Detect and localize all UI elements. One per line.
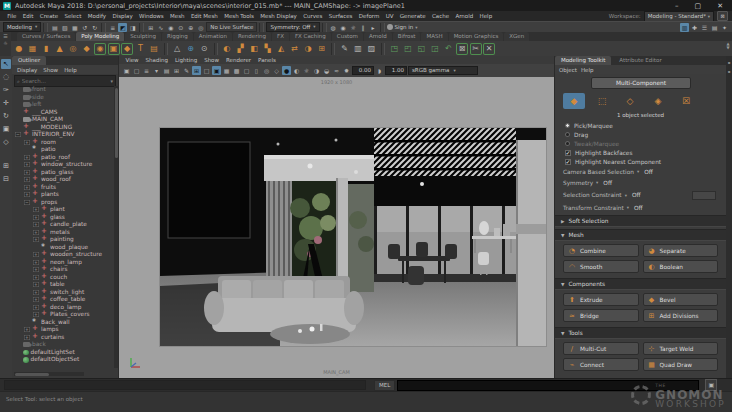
viewport-toggle-icon[interactable]: ≈	[332, 66, 341, 75]
outliner-row[interactable]: − INTERIOR_ENV	[12, 131, 114, 139]
multi-component-button[interactable]: Multi-Component	[591, 77, 691, 89]
expander-toggle[interactable]: +	[33, 297, 39, 302]
viewport-toggle-icon[interactable]: ◒	[322, 66, 331, 75]
render-icon[interactable]: ∥	[359, 23, 368, 32]
outliner-row[interactable]: + chairs	[12, 266, 114, 274]
outliner-menu-item[interactable]: Help	[62, 67, 79, 73]
outliner-row[interactable]: side	[12, 94, 114, 102]
smooth-button[interactable]: ◠Smooth	[563, 260, 639, 273]
outliner-row[interactable]: + room	[12, 139, 114, 147]
component-mode-icon[interactable]: ◆	[563, 93, 585, 109]
strip-handle-icon[interactable]: ▪	[728, 69, 731, 74]
shelf-tab[interactable]: Rendering	[233, 32, 271, 41]
snap-icon[interactable]: ⊙	[176, 23, 185, 32]
shelf-tool-icon[interactable]: ⇄	[289, 43, 301, 55]
viewport-toggle-icon[interactable]: ☼	[302, 66, 311, 75]
expander-toggle[interactable]: +	[33, 230, 39, 235]
separate-button[interactable]: ◕Separate	[643, 244, 719, 257]
divider[interactable]	[259, 23, 264, 32]
outliner-row[interactable]: + fruits	[12, 184, 114, 192]
toolbox-tool-icon[interactable]: ◌	[1, 72, 11, 82]
viewport-toggle-icon[interactable]: ▩	[232, 66, 241, 75]
menu-item[interactable]: Cache	[429, 11, 452, 21]
outliner-row[interactable]: + switch_light	[12, 289, 114, 297]
view-transform-dropdown[interactable]: sRGB gamma ▾	[408, 66, 478, 75]
expander-toggle[interactable]: +	[33, 312, 39, 317]
expander-toggle[interactable]: +	[24, 192, 30, 197]
shelf-tab[interactable]: Arnold	[364, 32, 392, 41]
layout-button-icon[interactable]: ⊟	[1, 174, 11, 184]
outliner-row[interactable]: + table	[12, 281, 114, 289]
snap-icon[interactable]: ∿	[156, 23, 165, 32]
outliner-row[interactable]: − props	[12, 199, 114, 207]
expander-toggle[interactable]: +	[24, 327, 30, 332]
shelf-scroll-buttons[interactable]: ▲ ▼	[725, 42, 731, 55]
outliner-row[interactable]: + glass	[12, 214, 114, 222]
search-input[interactable]	[22, 78, 109, 84]
expander-toggle[interactable]: +	[24, 335, 30, 340]
toolkit-menu-item[interactable]: Object	[559, 67, 577, 73]
shelf-tab[interactable]: Custom	[332, 32, 363, 41]
add-divisions-button[interactable]: ⊞Add Divisions	[643, 309, 719, 322]
shelf-tab[interactable]: FX	[272, 32, 289, 41]
expander-toggle[interactable]: +	[33, 275, 39, 280]
outliner-row[interactable]: + Plates_covers	[12, 311, 114, 319]
viewport-menu-item[interactable]: Lighting	[172, 57, 199, 63]
outliner-row[interactable]: defaultLightSet	[12, 349, 114, 357]
panel-toggle-icon[interactable]: ▤	[710, 23, 719, 32]
viewport-toggle-icon[interactable]: ▢	[132, 66, 141, 75]
outliner-row[interactable]: front	[12, 86, 114, 94]
outliner-row[interactable]: + lamps	[12, 326, 114, 334]
menu-item[interactable]: Deform	[356, 11, 383, 21]
expander-toggle[interactable]	[15, 110, 21, 115]
shelf-tool-icon[interactable]: ◱	[416, 43, 428, 55]
menu-item[interactable]: File	[4, 11, 20, 21]
constraint-dropdown-row[interactable]: Camera Based Selection ▾ Off	[555, 166, 726, 177]
component-mode-icon[interactable]: ☒	[675, 93, 697, 109]
shelf-tool-icon[interactable]: ◳	[389, 43, 401, 55]
expander-toggle[interactable]: +	[33, 207, 39, 212]
expander-toggle[interactable]	[33, 245, 39, 250]
snap-icon[interactable]: ⊞	[146, 23, 155, 32]
menu-item[interactable]: Windows	[136, 11, 167, 21]
expander-toggle[interactable]: +	[24, 155, 30, 160]
shelf-tool-icon[interactable]: ◐	[221, 43, 233, 55]
shelf-tool-icon[interactable]: ⊠	[456, 43, 468, 55]
outliner-row[interactable]: ___CAMS	[12, 109, 114, 117]
shelf-tool-icon[interactable]: ⊙	[198, 43, 210, 55]
component-mode-icon[interactable]: ◇	[619, 93, 641, 109]
viewport-toggle-icon[interactable]: ▾	[152, 66, 161, 75]
outliner-row[interactable]: + couch	[12, 274, 114, 282]
viewport-toggle-icon[interactable]: ≡	[142, 66, 151, 75]
shelf-tool-icon[interactable]: △	[171, 43, 183, 55]
expander-toggle[interactable]: +	[24, 170, 30, 175]
toolbox-tool-icon[interactable]: ✑	[1, 85, 11, 95]
expander-toggle[interactable]: +	[33, 222, 39, 227]
expander-toggle[interactable]: +	[33, 252, 39, 257]
gamma-field[interactable]: 1.00	[385, 66, 407, 75]
constraint-dropdown-row[interactable]: Symmetry ▾ Off	[555, 177, 726, 188]
shelf-tool-icon[interactable]: ●	[13, 43, 25, 55]
viewport-menu-item[interactable]: Renderer	[223, 57, 253, 63]
shelf-tool-icon[interactable]: ◎	[67, 43, 79, 55]
quad-draw-button[interactable]: ▦Quad Draw	[643, 358, 719, 371]
outliner-row[interactable]: + coffee_table	[12, 296, 114, 304]
strip-handle-icon[interactable]: ▪	[728, 60, 731, 65]
constraint-dropdown-row[interactable]: Selection Constraint ▾ Off	[555, 188, 726, 202]
shelf-tool-icon[interactable]: ▲	[54, 43, 66, 55]
toolbox-tool-icon[interactable]: ◇	[1, 137, 11, 147]
bevel-button[interactable]: ◆Bevel	[643, 293, 719, 306]
checkbox-option[interactable]: ✓ Highlight Backfaces	[555, 148, 726, 157]
shelf-tool-icon[interactable]	[214, 43, 218, 55]
menu-item[interactable]: Generate	[397, 11, 429, 21]
panel-toggle-icon[interactable]: ✚	[690, 23, 699, 32]
status-icon[interactable]: ↺	[80, 23, 89, 32]
menu-item[interactable]: Mesh Tools	[221, 11, 257, 21]
expander-toggle[interactable]: +	[33, 305, 39, 310]
expander-toggle[interactable]: +	[33, 237, 39, 242]
multi-cut-button[interactable]: ∕Multi-Cut	[563, 342, 639, 355]
shelf-tool-icon[interactable]	[381, 43, 385, 55]
sign-in-button[interactable]: Sign in ▾	[387, 24, 418, 30]
expander-toggle[interactable]: +	[24, 162, 30, 167]
expander-toggle[interactable]	[15, 117, 21, 122]
